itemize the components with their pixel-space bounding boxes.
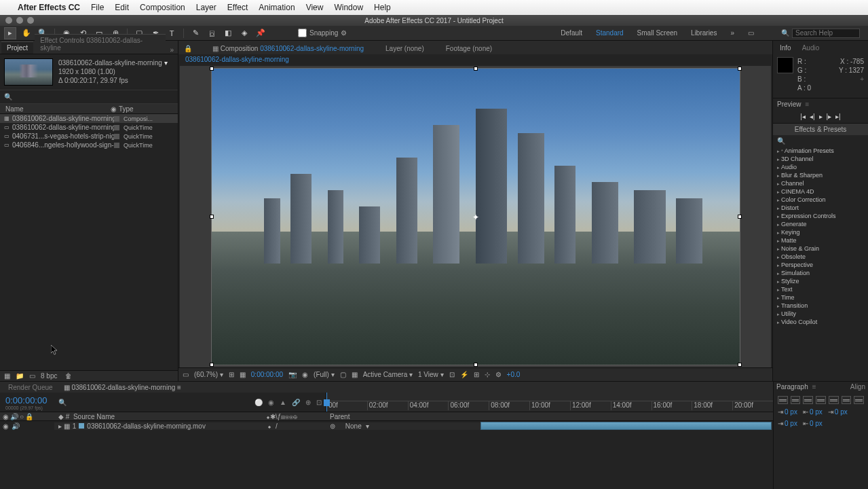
menu-animation[interactable]: Animation	[259, 3, 295, 12]
app-name[interactable]: After Effects CC	[18, 3, 80, 12]
prev-frame-icon[interactable]: ◂|	[810, 113, 815, 120]
tl-opt3-icon[interactable]: ▲	[280, 399, 286, 406]
comp-breadcrumb[interactable]: 038610062-dallas-skyline-morning	[178, 54, 772, 66]
tab-paragraph[interactable]: Paragraph	[776, 383, 808, 391]
tab-effect-controls[interactable]: Effect Controls 038610062-dallas-skyline	[35, 34, 166, 54]
effect-category[interactable]: Color Correction	[773, 196, 868, 204]
minimize-icon[interactable]	[16, 17, 23, 24]
effect-category[interactable]: CINEMA 4D	[773, 187, 868, 196]
handle-bl[interactable]	[210, 363, 214, 367]
effect-category[interactable]: Stylize	[773, 277, 868, 285]
snapping-checkbox[interactable]	[298, 29, 307, 37]
composition-viewer[interactable]: ✦	[180, 66, 771, 367]
effect-category[interactable]: Audio	[773, 163, 868, 171]
effect-category[interactable]: Matte	[773, 236, 868, 244]
interpret-icon[interactable]: ▦	[4, 372, 10, 380]
timeline-layer-row[interactable]: ◉🔊 ▸ ▦1 038610062-dallas-skyline-morning…	[0, 421, 773, 431]
first-frame-icon[interactable]: |◂	[800, 113, 806, 120]
tab-info[interactable]: Info	[776, 43, 795, 53]
tab-render-queue[interactable]: Render Queue	[3, 382, 58, 393]
effect-category[interactable]: Generate	[773, 220, 868, 228]
last-frame-icon[interactable]: ▸|	[835, 113, 841, 120]
camera-dropdown[interactable]: Active Camera ▾	[363, 371, 413, 378]
workspace-standard[interactable]: Standard	[596, 29, 624, 37]
trash-icon[interactable]: 🗑	[65, 372, 72, 380]
tl-opt4-icon[interactable]: 🔗	[292, 399, 300, 406]
close-icon[interactable]	[5, 17, 12, 24]
tl-opt6-icon[interactable]: ⊡	[316, 399, 322, 406]
eye-col-icon[interactable]: ◉	[3, 413, 9, 420]
timeline-search-icon[interactable]: 🔍	[58, 399, 67, 406]
menu-window[interactable]: Window	[334, 3, 363, 12]
pixel-aspect-icon[interactable]: ⊡	[449, 371, 455, 378]
menu-composition[interactable]: Composition	[140, 3, 185, 12]
snapping-toggle[interactable]: Snapping ⚙	[298, 29, 347, 37]
effects-list[interactable]: Animation Presets3D ChannelAudioBlur & S…	[773, 147, 868, 381]
snapshot-icon[interactable]: 📷	[288, 371, 297, 378]
menu-layer[interactable]: Layer	[196, 3, 216, 12]
effect-category[interactable]: Noise & Grain	[773, 244, 868, 253]
hand-tool[interactable]: ✋	[20, 27, 33, 39]
transparency-icon[interactable]: ▦	[352, 371, 358, 378]
preview-image[interactable]: ✦	[211, 68, 740, 365]
maximize-icon[interactable]	[27, 17, 34, 24]
effect-category[interactable]: Channel	[773, 179, 868, 187]
tab-layer[interactable]: Layer (none)	[381, 43, 428, 54]
effect-category[interactable]: Blur & Sharpen	[773, 171, 868, 179]
resolution-dropdown[interactable]: (Full) ▾	[314, 371, 335, 378]
effect-category[interactable]: Simulation	[773, 269, 868, 277]
project-item[interactable]: ▦038610062-dallas-skyline-morningComposi…	[0, 114, 178, 123]
effect-category[interactable]: Transition	[773, 302, 868, 310]
tab-composition[interactable]: ▦ Composition 038610062-dallas-skyline-m…	[208, 43, 368, 54]
tl-opt1-icon[interactable]: ⚪	[254, 399, 263, 406]
timeline-icon[interactable]: ⊞	[474, 371, 479, 378]
workspace-reset-icon[interactable]: ▭	[748, 29, 754, 37]
effect-category[interactable]: Obsolete	[773, 253, 868, 261]
bpc-toggle[interactable]: 8 bpc	[41, 372, 57, 380]
handle-tl[interactable]	[210, 67, 214, 71]
lock-icon[interactable]: 🔒	[184, 45, 192, 52]
workspace-libraries[interactable]: Libraries	[691, 29, 717, 37]
project-item[interactable]: ▭038610062-dallas-skyline-morning.movQui…	[0, 123, 178, 132]
puppet-tool[interactable]: 📌	[254, 27, 267, 39]
text-tool[interactable]: T	[166, 27, 178, 39]
brush-tool[interactable]: ✎	[189, 27, 202, 39]
justify-center-icon[interactable]	[829, 396, 839, 404]
new-comp-icon[interactable]: ▭	[29, 372, 35, 380]
handle-br[interactable]	[738, 363, 742, 367]
tab-preview[interactable]: Preview	[777, 101, 801, 108]
current-time[interactable]: 0:00:00:00	[251, 371, 283, 378]
layer-eye-icon[interactable]: ◉	[3, 422, 9, 430]
effect-category[interactable]: Time	[773, 293, 868, 302]
effect-category[interactable]: Animation Presets	[773, 147, 868, 155]
effect-category[interactable]: Video Copilot	[773, 318, 868, 326]
effects-search-icon[interactable]: 🔍	[777, 137, 785, 145]
play-icon[interactable]: ▸	[819, 113, 823, 120]
timeline-ruler[interactable]: 00f02:00f04:00f06:00f08:00f10:00f12:00f1…	[326, 393, 773, 412]
layer-name[interactable]: 038610062-dallas-skyline-morning.mov	[87, 422, 206, 430]
project-columns[interactable]: Name ◉ Type	[0, 104, 178, 114]
handle-ml[interactable]	[210, 215, 214, 219]
effect-category[interactable]: Distort	[773, 204, 868, 212]
lock-col-icon[interactable]: 🔒	[25, 413, 33, 420]
timeline-timecode[interactable]: 0:00:00:00	[5, 395, 49, 405]
solo-col-icon[interactable]: ○	[20, 413, 24, 420]
tl-opt2-icon[interactable]: ◉	[268, 399, 274, 406]
effect-category[interactable]: 3D Channel	[773, 155, 868, 163]
align-center-icon[interactable]	[791, 396, 801, 404]
effect-category[interactable]: Text	[773, 285, 868, 293]
effect-category[interactable]: Expression Controls	[773, 212, 868, 220]
project-item[interactable]: ▭0406731...s-vegas-hotels-strip-night.mo…	[0, 132, 178, 141]
layer-bar[interactable]	[480, 422, 772, 430]
project-item[interactable]: ▭0406846...ngeles-hollywood-sign-cal.mov…	[0, 141, 178, 149]
justify-all-icon[interactable]	[854, 396, 864, 404]
eraser-tool[interactable]: ◧	[222, 27, 234, 39]
help-search-input[interactable]	[792, 29, 860, 38]
effect-category[interactable]: Keying	[773, 228, 868, 236]
resolution-icon[interactable]: ⊞	[229, 371, 234, 378]
roto-tool[interactable]: ◈	[238, 27, 250, 39]
workspace-overflow-icon[interactable]: »	[730, 29, 734, 37]
view-dropdown[interactable]: 1 View ▾	[418, 371, 444, 378]
effect-category[interactable]: Utility	[773, 310, 868, 318]
playhead[interactable]	[326, 393, 327, 412]
